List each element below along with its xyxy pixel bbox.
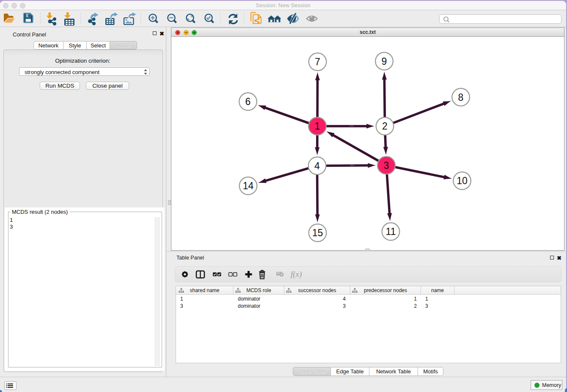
svg-text:6: 6 — [245, 96, 251, 107]
svg-text:1: 1 — [315, 121, 320, 132]
svg-text:9: 9 — [382, 56, 387, 67]
svg-text:f(x): f(x) — [291, 270, 302, 279]
svg-text:2: 2 — [382, 121, 388, 132]
svg-text:8: 8 — [458, 92, 464, 103]
svg-text:14: 14 — [243, 180, 254, 191]
svg-text:7: 7 — [315, 56, 320, 67]
svg-text:11: 11 — [386, 226, 396, 237]
svg-text:4: 4 — [314, 160, 320, 171]
svg-text:3: 3 — [384, 160, 389, 171]
svg-text:15: 15 — [312, 227, 323, 238]
svg-text:10: 10 — [457, 175, 468, 186]
